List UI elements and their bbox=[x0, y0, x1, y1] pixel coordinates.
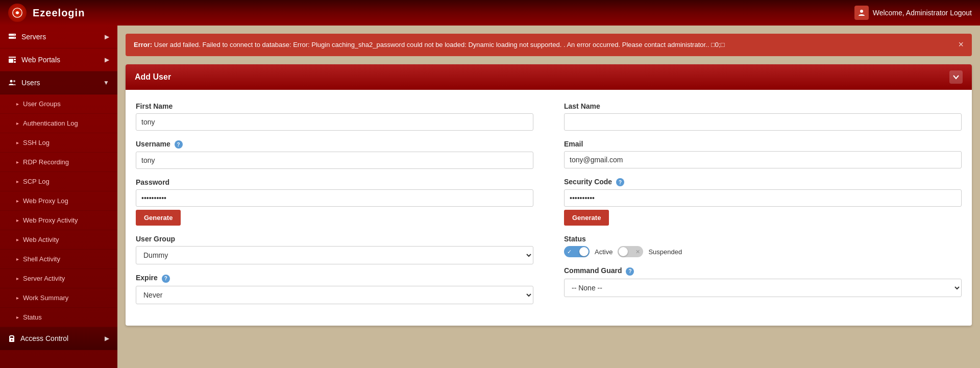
active-toggle[interactable] bbox=[564, 246, 590, 257]
security-code-label: Security Code ? bbox=[564, 178, 962, 187]
first-name-group: First Name bbox=[136, 102, 533, 131]
servers-label: Servers bbox=[21, 33, 46, 41]
sidebar-item-server-activity[interactable]: Server Activity bbox=[0, 269, 117, 288]
svg-rect-9 bbox=[14, 59, 16, 60]
error-message: Error: User add failed. Failed to connec… bbox=[134, 40, 724, 50]
svg-point-6 bbox=[14, 37, 15, 38]
error-text: User add failed. Failed to connect to da… bbox=[154, 41, 725, 48]
user-avatar-icon bbox=[854, 6, 869, 20]
svg-point-1 bbox=[16, 11, 19, 14]
suspended-toggle[interactable] bbox=[618, 246, 643, 257]
sidebar-item-rdp-recording[interactable]: RDP Recording bbox=[0, 153, 117, 172]
sidebar-item-users[interactable]: Users ▼ bbox=[0, 71, 117, 94]
form-grid: First Name Username ? bbox=[136, 102, 962, 313]
svg-point-2 bbox=[860, 10, 863, 13]
expire-group: Expire ? Never 1 Day 7 Days 30 Days 90 D… bbox=[136, 274, 533, 304]
users-label: Users bbox=[21, 79, 40, 87]
password-input[interactable] bbox=[136, 189, 533, 207]
sidebar-item-servers[interactable]: Servers ▶ bbox=[0, 26, 117, 48]
sidebar-item-user-groups[interactable]: User Groups bbox=[0, 94, 117, 114]
form-left-col: First Name Username ? bbox=[136, 102, 533, 313]
command-guard-label: Command Guard ? bbox=[564, 266, 962, 276]
chevron-down-icon bbox=[952, 73, 960, 81]
user-group-group: User Group Dummy Default Admin bbox=[136, 235, 533, 264]
active-toggle-knob bbox=[579, 247, 589, 256]
svg-rect-7 bbox=[9, 57, 16, 58]
last-name-label: Last Name bbox=[564, 102, 962, 110]
password-group: Password Generate bbox=[136, 178, 533, 226]
command-guard-group: Command Guard ? -- None -- bbox=[564, 266, 962, 297]
users-icon bbox=[8, 79, 16, 87]
svg-point-14 bbox=[11, 339, 13, 341]
svg-point-12 bbox=[13, 80, 15, 82]
sidebar-item-web-proxy-activity[interactable]: Web Proxy Activity bbox=[0, 211, 117, 230]
first-name-label: First Name bbox=[136, 102, 533, 110]
expire-select[interactable]: Never 1 Day 7 Days 30 Days 90 Days 1 Yea… bbox=[136, 286, 533, 304]
email-input[interactable] bbox=[564, 151, 962, 168]
status-label: Status bbox=[564, 235, 962, 243]
suspended-toggle-knob bbox=[619, 247, 628, 256]
sidebar-item-access-control[interactable]: Access Control ▶ bbox=[0, 327, 117, 350]
expire-help-icon[interactable]: ? bbox=[162, 275, 170, 283]
user-info: Welcome, Administrator Logout bbox=[854, 6, 972, 20]
servers-chevron: ▶ bbox=[105, 33, 109, 40]
card-header: Add User bbox=[126, 64, 972, 90]
expire-label: Expire ? bbox=[136, 274, 533, 283]
logo bbox=[8, 4, 27, 22]
username-input[interactable] bbox=[136, 152, 533, 169]
sidebar-item-web-activity[interactable]: Web Activity bbox=[0, 230, 117, 250]
sidebar-item-authentication-log[interactable]: Authentication Log bbox=[0, 114, 117, 133]
access-control-label: Access Control bbox=[20, 334, 68, 342]
access-control-chevron: ▶ bbox=[105, 335, 109, 342]
sidebar-item-web-portals[interactable]: Web Portals ▶ bbox=[0, 48, 117, 71]
username-group: Username ? bbox=[136, 140, 533, 169]
last-name-group: Last Name bbox=[564, 102, 962, 131]
last-name-input[interactable] bbox=[564, 113, 962, 131]
command-guard-select[interactable]: -- None -- bbox=[564, 279, 962, 297]
command-guard-help-icon[interactable]: ? bbox=[626, 267, 634, 276]
username-help-icon[interactable]: ? bbox=[175, 140, 183, 149]
email-label: Email bbox=[564, 140, 962, 148]
status-group: Status Active Suspended bbox=[564, 235, 962, 257]
generate-password-button[interactable]: Generate bbox=[136, 210, 181, 226]
user-group-label: User Group bbox=[136, 235, 533, 243]
sidebar-item-scp-log[interactable]: SCP Log bbox=[0, 172, 117, 191]
sidebar: Servers ▶ Web Portals ▶ bbox=[0, 26, 117, 368]
error-prefix: Error: bbox=[134, 41, 152, 48]
web-portals-chevron: ▶ bbox=[105, 56, 109, 63]
suspended-label: Suspended bbox=[648, 248, 682, 256]
card-title: Add User bbox=[135, 72, 171, 82]
card-body: First Name Username ? bbox=[126, 90, 972, 326]
sidebar-item-work-summary[interactable]: Work Summary bbox=[0, 288, 117, 308]
email-group: Email bbox=[564, 140, 962, 168]
welcome-text[interactable]: Welcome, Administrator Logout bbox=[873, 9, 972, 17]
security-code-input[interactable] bbox=[564, 189, 962, 207]
active-label: Active bbox=[595, 248, 612, 256]
portals-icon bbox=[8, 56, 16, 64]
sidebar-item-web-proxy-log[interactable]: Web Proxy Log bbox=[0, 191, 117, 211]
users-chevron: ▼ bbox=[103, 79, 109, 86]
svg-rect-8 bbox=[9, 59, 13, 63]
error-close-button[interactable]: × bbox=[958, 40, 964, 49]
sidebar-item-shell-activity[interactable]: Shell Activity bbox=[0, 250, 117, 269]
svg-point-11 bbox=[10, 80, 13, 83]
add-user-card: Add User First Name bbox=[126, 64, 972, 326]
generate-security-button[interactable]: Generate bbox=[564, 210, 609, 226]
web-portals-label: Web Portals bbox=[21, 56, 60, 64]
svg-point-5 bbox=[14, 34, 15, 35]
main-layout: Servers ▶ Web Portals ▶ bbox=[0, 26, 980, 368]
status-row: Active Suspended bbox=[564, 246, 962, 257]
app-title: Ezeelogin bbox=[33, 7, 854, 19]
first-name-input[interactable] bbox=[136, 113, 533, 131]
content-area: Error: User add failed. Failed to connec… bbox=[117, 26, 980, 368]
card-collapse-button[interactable] bbox=[949, 70, 963, 84]
sidebar-item-ssh-log[interactable]: SSH Log bbox=[0, 133, 117, 153]
svg-rect-10 bbox=[14, 61, 16, 63]
security-code-help-icon[interactable]: ? bbox=[616, 178, 624, 186]
sidebar-item-status[interactable]: Status bbox=[0, 308, 117, 327]
user-group-select[interactable]: Dummy Default Admin bbox=[136, 246, 533, 264]
password-label: Password bbox=[136, 178, 533, 186]
security-code-group: Security Code ? Generate bbox=[564, 178, 962, 226]
username-label: Username ? bbox=[136, 140, 533, 149]
lock-icon bbox=[8, 334, 15, 342]
